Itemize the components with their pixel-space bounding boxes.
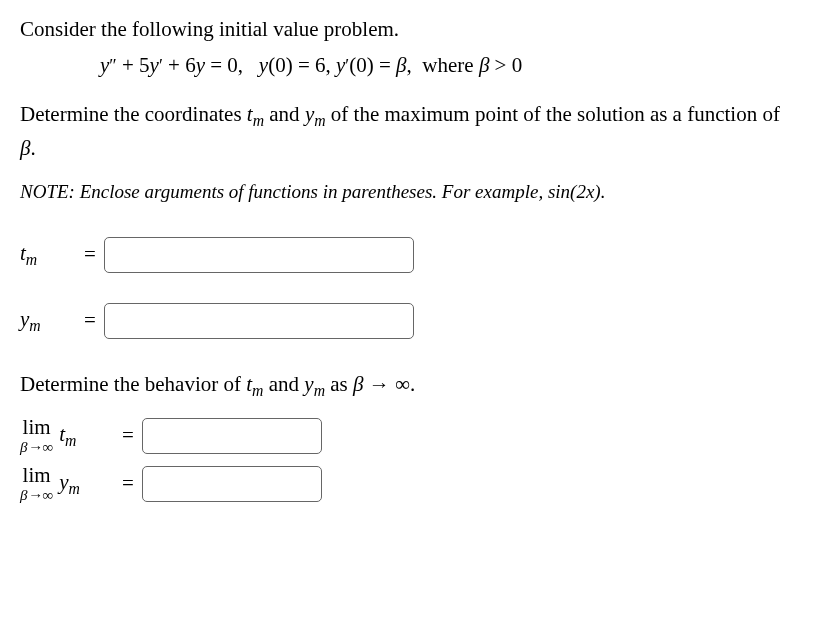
tm-answer-row: tm = [20,237,799,273]
lim-ym-input[interactable] [142,466,322,502]
problem-intro: Consider the following initial value pro… [20,14,799,46]
equals-sign: = [84,239,96,271]
equals-sign: = [122,420,134,452]
ym-input[interactable] [104,303,414,339]
note-text: NOTE: Enclose arguments of functions in … [20,178,799,207]
equals-sign: = [122,468,134,500]
lim-tm-label: lim β→∞ tm [20,417,122,455]
behavior-text: Determine the behavior of tm and ym as β… [20,369,799,403]
tm-input[interactable] [104,237,414,273]
equals-sign: = [84,305,96,337]
equation-display: y″ + 5y′ + 6y = 0, y(0) = 6, y′(0) = β, … [100,50,799,82]
ym-answer-row: ym = [20,303,799,339]
lim-ym-label: lim β→∞ ym [20,465,122,503]
lim-tm-row: lim β→∞ tm = [20,417,799,455]
tm-label: tm [20,238,76,272]
lim-tm-input[interactable] [142,418,322,454]
lim-ym-row: lim β→∞ ym = [20,465,799,503]
ym-label: ym [20,304,76,338]
question-text: Determine the coordinates tm and ym of t… [20,99,799,164]
